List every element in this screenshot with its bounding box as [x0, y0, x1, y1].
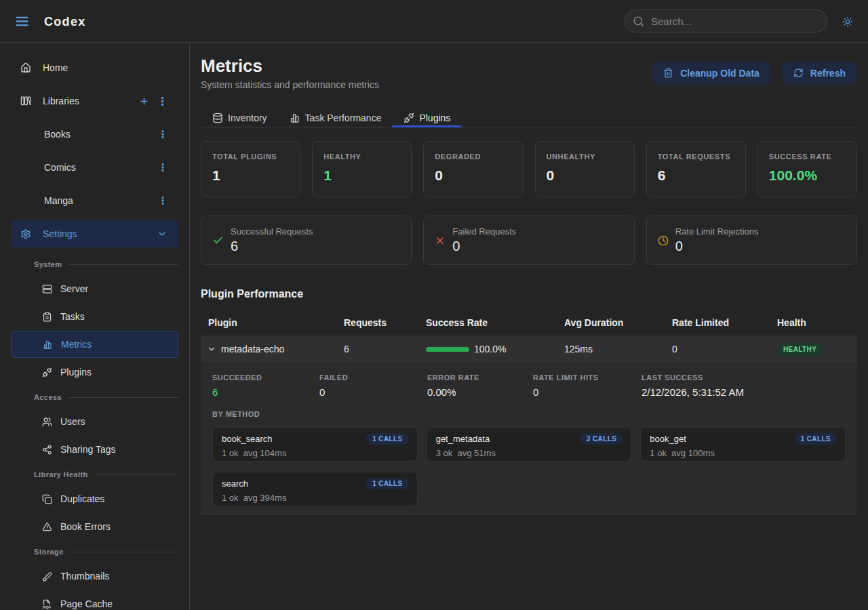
svg-text:PDF: PDF [43, 605, 52, 609]
